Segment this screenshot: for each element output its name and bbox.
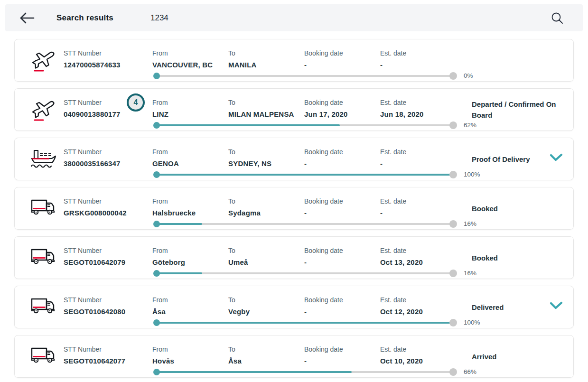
- search-button[interactable]: [550, 11, 565, 26]
- from-column: From GENOA: [152, 148, 179, 168]
- progress-end-dot: [449, 270, 457, 277]
- from-value: Hovås: [152, 357, 174, 365]
- truck-icon: [30, 197, 57, 219]
- progress-fill: [154, 272, 202, 274]
- progress-percent: 0%: [464, 72, 473, 79]
- booking-date-label: Booking date: [304, 49, 343, 57]
- progress-percent: 100%: [464, 171, 480, 178]
- to-column: To SYDNEY, NS: [228, 148, 271, 168]
- transport-icon-cell: [29, 194, 58, 222]
- to-label: To: [228, 197, 261, 205]
- arrow-left-icon: [19, 12, 35, 24]
- to-label: To: [228, 148, 271, 156]
- progress-percent: 62%: [464, 121, 476, 129]
- progress-track: [154, 272, 453, 274]
- est-date-value: Oct 10, 2020: [380, 357, 423, 365]
- from-label: From: [152, 98, 168, 107]
- progress-end-dot: [449, 72, 457, 80]
- from-value: Åsa: [152, 307, 168, 316]
- stt-label: STT Number: [64, 246, 125, 255]
- to-column: To Umeå: [228, 246, 248, 267]
- ship-icon: [30, 147, 57, 170]
- booking-date-label: Booking date: [304, 148, 343, 156]
- progress-bar: 16%: [154, 272, 486, 275]
- search-query-text[interactable]: 1234: [150, 13, 168, 23]
- from-column: From LINZ: [152, 98, 168, 119]
- stt-column: STT Number 38000035166347: [64, 148, 121, 168]
- shipment-card[interactable]: STT Number 38000035166347 From GENOA To …: [14, 138, 574, 180]
- to-value: Vegby: [228, 307, 250, 316]
- progress-fill: [154, 371, 352, 373]
- stt-column: STT Number 12470005874633: [64, 49, 121, 69]
- plane-icon: [30, 48, 57, 72]
- to-label: To: [228, 98, 294, 107]
- progress-track: [154, 322, 453, 324]
- stt-label: STT Number: [64, 98, 121, 107]
- stt-label: STT Number: [64, 296, 125, 304]
- progress-bar: 16%: [154, 223, 486, 226]
- progress-track: [154, 174, 453, 176]
- booking-date-column: Booking date -: [304, 197, 343, 217]
- booking-date-label: Booking date: [304, 197, 343, 205]
- booking-date-column: Booking date -: [304, 296, 343, 316]
- to-value: MANILA: [228, 61, 257, 69]
- stt-value: 12470005874633: [64, 61, 121, 69]
- stt-value: GRSKG008000042: [64, 209, 127, 217]
- to-label: To: [228, 296, 250, 304]
- count-badge: 4: [127, 93, 145, 112]
- from-column: From VANCOUVER, BC: [152, 49, 213, 69]
- est-date-value: Oct 13, 2020: [380, 258, 423, 267]
- progress-percent: 16%: [464, 220, 476, 227]
- transport-icon-cell: [29, 342, 58, 370]
- from-column: From Åsa: [152, 296, 168, 316]
- progress-track: [154, 75, 453, 77]
- progress-fill: [154, 174, 453, 176]
- shipment-card[interactable]: STT Number 04090013880177 4 From LINZ To…: [14, 88, 574, 131]
- shipment-card[interactable]: STT Number SEGOT010642077 From Hovås To …: [14, 335, 574, 378]
- booking-date-column: Booking date Jun 17, 2020: [304, 98, 348, 119]
- chevron-down-icon[interactable]: [550, 153, 563, 163]
- est-date-column: Est. date Oct 13, 2020: [380, 246, 423, 267]
- shipment-card[interactable]: STT Number 12470005874633 From VANCOUVER…: [14, 39, 574, 82]
- progress-percent: 100%: [464, 319, 480, 326]
- to-column: To Åsa: [228, 345, 242, 365]
- stt-value: SEGOT010642080: [64, 307, 125, 316]
- to-value: Åsa: [228, 357, 242, 365]
- est-date-column: Est. date -: [380, 49, 406, 69]
- progress-percent: 16%: [464, 270, 476, 277]
- progress-fill: [154, 223, 202, 225]
- progress-end-dot: [449, 368, 457, 376]
- progress-start-dot: [153, 73, 160, 79]
- back-button[interactable]: [18, 10, 37, 26]
- est-date-column: Est. date -: [380, 148, 406, 168]
- est-date-label: Est. date: [380, 296, 423, 304]
- booking-date-value: -: [304, 209, 343, 217]
- shipment-card[interactable]: STT Number GRSKG008000042 From Halsbruec…: [14, 187, 574, 230]
- shipment-card[interactable]: STT Number SEGOT010642080 From Åsa To Ve…: [14, 286, 574, 328]
- search-icon: [550, 11, 564, 26]
- progress-track: [154, 223, 453, 225]
- est-date-value: Oct 12, 2020: [380, 307, 423, 316]
- progress-bar: 100%: [154, 322, 486, 325]
- shipment-card[interactable]: STT Number SEGOT010642079 From Göteborg …: [14, 236, 574, 279]
- booking-date-value: -: [304, 159, 343, 168]
- booking-date-label: Booking date: [304, 98, 348, 107]
- progress-bar: 66%: [154, 371, 486, 374]
- booking-date-value: -: [304, 61, 343, 69]
- est-date-label: Est. date: [380, 148, 406, 156]
- from-value: Göteborg: [152, 258, 185, 267]
- progress-end-dot: [449, 171, 457, 178]
- booking-date-value: -: [304, 258, 343, 267]
- from-column: From Göteborg: [152, 246, 185, 267]
- stt-column: STT Number 04090013880177: [64, 98, 121, 119]
- truck-icon: [30, 345, 57, 367]
- from-label: From: [152, 197, 196, 205]
- from-value: VANCOUVER, BC: [152, 61, 213, 69]
- booking-date-column: Booking date -: [304, 49, 343, 69]
- booking-date-value: -: [304, 357, 343, 365]
- progress-percent: 66%: [464, 368, 476, 375]
- from-column: From Halsbruecke: [152, 197, 196, 217]
- progress-start-dot: [153, 122, 160, 129]
- status-text: Booked: [472, 195, 556, 222]
- chevron-down-icon[interactable]: [550, 301, 563, 311]
